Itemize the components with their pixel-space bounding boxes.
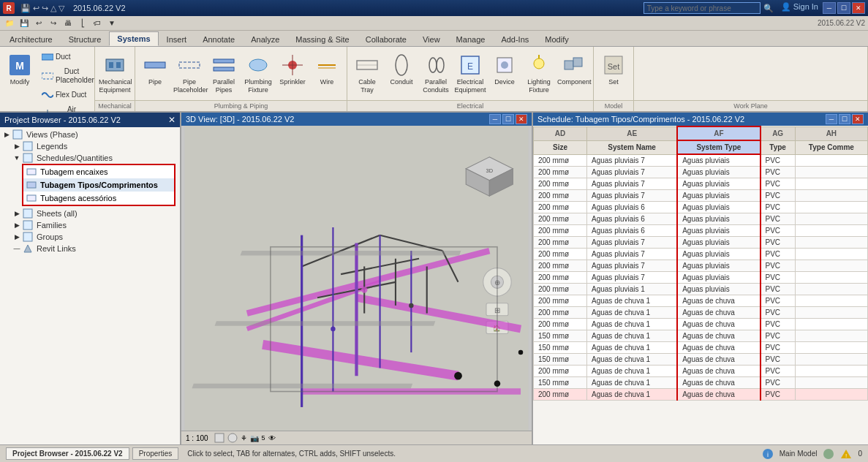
- qat-measure[interactable]: ⎣: [76, 17, 89, 30]
- table-row[interactable]: 150 mmø Aguas de chuva 1 Aguas de chuva …: [534, 354, 868, 366]
- qat-undo[interactable]: ↩: [32, 17, 45, 30]
- sprinkler-button[interactable]: Sprinkler: [276, 50, 309, 92]
- tree-item-sheets[interactable]: ▶ Sheets (all): [1, 208, 178, 219]
- qat-print[interactable]: 🖶: [61, 17, 75, 30]
- title-bar-controls[interactable]: 🔍 👤 Sign In ─ ☐ ✕: [644, 2, 865, 14]
- cable-tray-button[interactable]: Cable Tray: [350, 50, 384, 98]
- table-row[interactable]: 200 mmø Aguas pluviais 7 Aguas pluviais …: [534, 260, 868, 272]
- device-button[interactable]: Device: [488, 50, 521, 92]
- cell-size: 200 mmø: [534, 284, 587, 295]
- component-button[interactable]: Component: [556, 50, 590, 92]
- lighting-fixture-button[interactable]: Lighting Fixture: [522, 50, 556, 98]
- qat-redo[interactable]: ↪: [47, 17, 60, 30]
- schedule-restore[interactable]: ☐: [839, 114, 850, 124]
- search-input[interactable]: [644, 2, 761, 14]
- tree-item-views[interactable]: ▶ Views (Phase): [1, 129, 178, 140]
- wire-button[interactable]: Wire: [310, 50, 344, 92]
- tab-view[interactable]: View: [415, 32, 448, 46]
- viewport-minimize[interactable]: ─: [489, 114, 501, 124]
- table-row[interactable]: 200 mmø Aguas de chuva 1 Aguas de chuva …: [534, 389, 868, 401]
- table-row[interactable]: 200 mmø Aguas pluviais 7 Aguas pluviais …: [534, 178, 868, 190]
- table-row[interactable]: 200 mmø Aguas pluviais 7 Aguas pluviais …: [534, 249, 868, 260]
- tree-item-tubagem-tipos[interactable]: Tubagem Tipos/Comprimentos: [23, 178, 174, 192]
- table-row[interactable]: 200 mmø Aguas pluviais 7 Aguas pluviais …: [534, 237, 868, 249]
- set-button[interactable]: Set Set: [597, 50, 630, 92]
- tab-annotate[interactable]: Annotate: [195, 32, 243, 46]
- tab-massing[interactable]: Massing & Site: [287, 32, 357, 46]
- table-row[interactable]: 200 mmø Aguas de chuva 1 Aguas de chuva …: [534, 319, 868, 330]
- plumbing-fixture-button[interactable]: Plumbing Fixture: [241, 50, 275, 98]
- schedule-table-container[interactable]: AD AE AF AG AH Size System Name System T…: [533, 126, 868, 444]
- table-row[interactable]: 200 mmø Aguas pluviais 7 Aguas pluviais …: [534, 272, 868, 284]
- tree-item-revitlinks[interactable]: — Revit Links: [1, 243, 178, 254]
- electrical-equipment-button[interactable]: E Electrical Equipment: [453, 50, 487, 98]
- cell-system-name: Aguas pluviais 6: [587, 202, 678, 213]
- cell-system-name: Aguas de chuva 1: [587, 354, 678, 366]
- tab-structure[interactable]: Structure: [61, 32, 110, 46]
- status-model: Main Model: [780, 450, 818, 458]
- tree-item-tubagens-acessorios[interactable]: Tubagens acessórios: [23, 192, 174, 205]
- duct-placeholder-button[interactable]: Duct Placeholder: [38, 66, 91, 86]
- tab-architecture[interactable]: Architecture: [1, 32, 61, 46]
- schedule-close[interactable]: ✕: [852, 114, 864, 124]
- viewport-footer: 1 : 100 ⚘ 📷 5 👁: [181, 431, 532, 444]
- tree-item-tubagem-encaixes[interactable]: Tubagem encaixes: [23, 165, 174, 178]
- table-row[interactable]: 200 mmø Aguas de chuva 1 Aguas de chuva …: [534, 366, 868, 377]
- qat-tag[interactable]: 🏷: [91, 17, 104, 30]
- restore-btn[interactable]: ☐: [837, 2, 850, 14]
- ribbon-group-hvac: M Modify Duct Duct Placeholder: [0, 47, 95, 111]
- table-row[interactable]: 200 mmø Aguas pluviais 7 Aguas pluviais …: [534, 167, 868, 178]
- table-row[interactable]: 200 mmø Aguas pluviais 6 Aguas pluviais …: [534, 225, 868, 237]
- cell-system-name: Aguas pluviais 7: [587, 178, 678, 190]
- viewport-titlebar-controls[interactable]: ─ ☐ ✕: [489, 114, 527, 124]
- qat-open[interactable]: 📁: [3, 17, 16, 30]
- tree-item-groups[interactable]: ▶ Groups: [1, 231, 178, 243]
- schedule-titlebar-controls[interactable]: ─ ☐ ✕: [826, 114, 864, 124]
- qat-settings[interactable]: ▼: [105, 17, 118, 30]
- parallel-pipes-button[interactable]: Parallel Pipes: [207, 50, 241, 98]
- parallel-conduits-button[interactable]: Parallel Conduits: [419, 50, 453, 98]
- flex-duct-button[interactable]: Flex Duct: [38, 88, 91, 102]
- viewport-restore[interactable]: ☐: [502, 114, 514, 124]
- table-row[interactable]: 200 mmø Aguas de chuva 1 Aguas de chuva …: [534, 295, 868, 307]
- pipe-placeholder-button[interactable]: Pipe Placeholder: [173, 50, 206, 98]
- conduit-button[interactable]: Conduit: [385, 50, 418, 92]
- tab-manage[interactable]: Manage: [448, 32, 494, 46]
- project-browser-close[interactable]: ✕: [168, 115, 176, 125]
- minimize-btn[interactable]: ─: [823, 2, 836, 14]
- tree-item-schedules[interactable]: ▼ Schedules/Quantities: [1, 152, 178, 164]
- modify-button[interactable]: M Modify: [3, 50, 37, 95]
- status-tab-properties[interactable]: Properties: [132, 447, 179, 460]
- tab-analyze[interactable]: Analyze: [243, 32, 287, 46]
- viewport-canvas[interactable]: 3D ⊕ ⊞ 🏠: [181, 126, 532, 431]
- status-tab-browser[interactable]: Project Browser - 2015.06.22 V2: [6, 447, 129, 460]
- qat-save[interactable]: 💾: [18, 17, 31, 30]
- cell-type: PVC: [761, 330, 796, 342]
- table-row[interactable]: 200 mmø Aguas pluviais 1 Aguas pluviais …: [534, 284, 868, 295]
- table-row[interactable]: 200 mmø Aguas pluviais 7 Aguas pluviais …: [534, 190, 868, 202]
- tab-insert[interactable]: Insert: [159, 32, 195, 46]
- table-row[interactable]: 200 mmø Aguas pluviais 6 Aguas pluviais …: [534, 213, 868, 225]
- table-row[interactable]: 200 mmø Aguas de chuva 1 Aguas de chuva …: [534, 307, 868, 319]
- tree-item-legends[interactable]: ▶ Legends: [1, 140, 178, 152]
- viewport-close[interactable]: ✕: [516, 114, 527, 124]
- tree-item-families[interactable]: ▶ Families: [1, 219, 178, 231]
- cell-type: PVC: [761, 307, 796, 319]
- tab-collaborate[interactable]: Collaborate: [358, 32, 415, 46]
- model-group-label: Model: [594, 100, 633, 111]
- tree-container: ▶ Views (Phase) ▶ Legends ▼ Schedules/Qu…: [0, 127, 180, 444]
- mechanical-equipment-button[interactable]: Mechanical Equipment: [98, 50, 132, 98]
- pipe-button[interactable]: Pipe: [138, 50, 172, 92]
- schedule-minimize[interactable]: ─: [826, 114, 837, 124]
- duct-button[interactable]: Duct: [38, 50, 91, 64]
- status-right: i Main Model ! 0: [762, 448, 862, 460]
- table-row[interactable]: 150 mmø Aguas de chuva 1 Aguas de chuva …: [534, 342, 868, 354]
- tab-addins[interactable]: Add-Ins: [493, 32, 537, 46]
- tab-systems[interactable]: Systems: [109, 31, 158, 46]
- close-btn[interactable]: ✕: [852, 2, 865, 14]
- tab-modify[interactable]: Modify: [537, 32, 576, 46]
- table-row[interactable]: 200 mmø Aguas pluviais 6 Aguas pluviais …: [534, 202, 868, 213]
- table-row[interactable]: 150 mmø Aguas de chuva 1 Aguas de chuva …: [534, 330, 868, 342]
- table-row[interactable]: 150 mmø Aguas de chuva 1 Aguas de chuva …: [534, 377, 868, 389]
- table-row[interactable]: 200 mmø Aguas pluviais 7 Aguas pluviais …: [534, 154, 868, 167]
